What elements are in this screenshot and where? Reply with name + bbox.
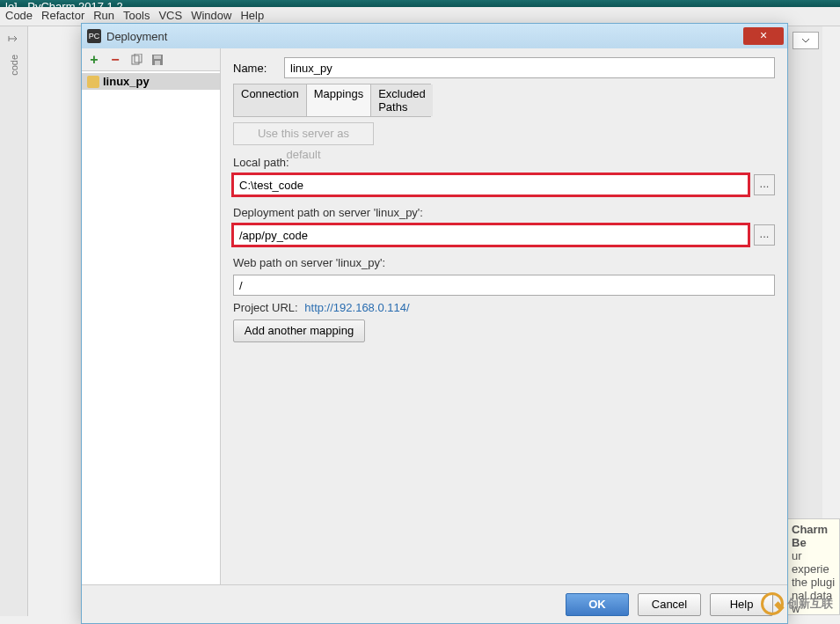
help-button[interactable]: Help [710, 593, 773, 616]
tab-connection[interactable]: Connection [234, 84, 307, 116]
cancel-button[interactable]: Cancel [638, 593, 701, 616]
server-icon [87, 76, 99, 88]
project-url-link[interactable]: http://192.168.0.114/ [304, 301, 409, 314]
server-item-linux-py[interactable]: linux_py [82, 73, 220, 90]
web-path-input[interactable] [233, 275, 775, 296]
local-path-input[interactable] [233, 174, 749, 195]
tip-title: Charm Be [792, 523, 828, 549]
app-title: le] - PyCharm 2017.1.2 [5, 0, 123, 7]
server-item-label: linux_py [103, 75, 150, 88]
left-tool-gutter: code [0, 26, 28, 616]
menu-tools[interactable]: Tools [123, 9, 150, 24]
name-label: Name: [233, 62, 277, 75]
gutter-label: code [9, 55, 19, 76]
tabs: Connection Mappings Excluded Paths [233, 84, 431, 117]
local-path-label: Local path: [233, 156, 775, 169]
menu-run[interactable]: Run [93, 9, 114, 24]
menu-window[interactable]: Window [191, 9, 231, 24]
dialog-title: Deployment [106, 30, 167, 43]
dialog-footer: OK Cancel Help [82, 584, 787, 623]
deploy-path-browse-button[interactable]: ... [754, 224, 775, 246]
use-default-button: Use this server as default [233, 122, 374, 145]
servers-tree-panel: + − linux_py [82, 48, 221, 584]
tip-of-day-box: Charm Be ur experie the plugi nal data w… [787, 518, 840, 615]
svg-rect-3 [154, 55, 161, 59]
remove-server-button[interactable]: − [108, 53, 122, 67]
servers-list: linux_py [82, 71, 220, 584]
add-mapping-button[interactable]: Add another mapping [233, 319, 365, 342]
tab-mappings[interactable]: Mappings [307, 84, 371, 116]
ok-button[interactable]: OK [566, 593, 629, 616]
copy-server-button[interactable] [129, 53, 143, 67]
deploy-path-label: Deployment path on server 'linux_py': [233, 206, 775, 219]
right-combo[interactable] [793, 32, 819, 49]
form-panel: Name: Connection Mappings Excluded Paths… [221, 48, 787, 584]
menu-vcs[interactable]: VCS [158, 9, 182, 24]
menu-help[interactable]: Help [240, 9, 264, 24]
menu-refactor[interactable]: Refactor [41, 9, 84, 24]
project-url-label: Project URL: [233, 301, 298, 314]
right-tool-gutter [787, 26, 822, 519]
deploy-path-input[interactable] [233, 224, 749, 246]
add-server-button[interactable]: + [87, 53, 101, 67]
svg-rect-4 [155, 61, 160, 65]
app-titlebar: le] - PyCharm 2017.1.2 [0, 0, 840, 7]
dialog-icon: PC [87, 29, 101, 43]
gutter-collapse-icon[interactable] [5, 32, 23, 49]
name-input[interactable] [284, 57, 775, 78]
menu-code[interactable]: Code [5, 9, 33, 24]
deployment-dialog: PC Deployment × + − linux_py [81, 23, 788, 624]
tree-toolbar: + − [82, 48, 220, 71]
web-path-label: Web path on server 'linux_py': [233, 256, 775, 269]
tab-excluded-paths[interactable]: Excluded Paths [371, 84, 432, 116]
dialog-titlebar[interactable]: PC Deployment × [82, 24, 787, 48]
local-path-browse-button[interactable]: ... [754, 174, 775, 195]
close-button[interactable]: × [743, 27, 784, 45]
save-icon[interactable] [150, 53, 164, 67]
